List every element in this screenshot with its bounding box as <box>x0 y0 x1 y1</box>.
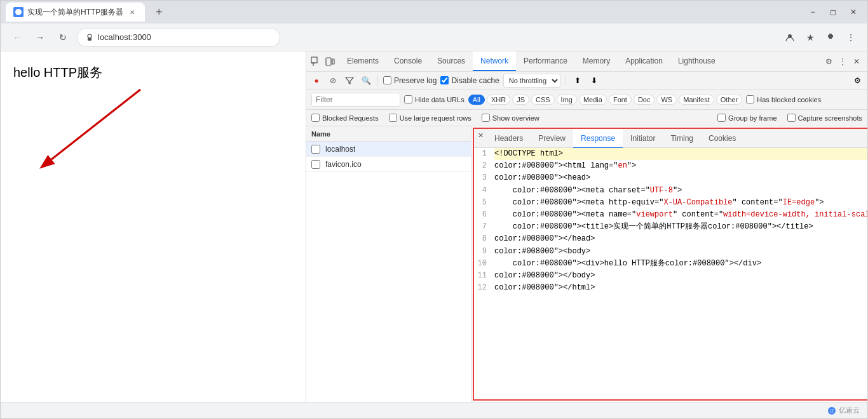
back-button[interactable]: ← <box>8 29 26 46</box>
upload-icon[interactable]: ⬆ <box>571 74 584 87</box>
has-blocked-cookies-checkbox[interactable]: Has blocked cookies <box>746 95 821 103</box>
devtools-tab-icons <box>306 51 339 71</box>
filter-chip-all[interactable]: All <box>468 95 485 105</box>
response-tab-response[interactable]: Response <box>573 129 623 149</box>
line-content: color:#008000"><meta charset="UTF-8"> <box>494 185 867 197</box>
request-row-favicon[interactable]: favicon.ico <box>306 157 471 172</box>
filter-chip-img[interactable]: Img <box>557 95 577 105</box>
tab-console[interactable]: Console <box>386 51 430 71</box>
url-bar[interactable]: localhost:3000 <box>77 28 280 47</box>
line-number: 2 <box>474 160 494 172</box>
minimize-button[interactable]: − <box>804 3 822 21</box>
tab-memory[interactable]: Memory <box>575 51 618 71</box>
hide-data-urls-checkbox[interactable]: Hide data URLs <box>404 95 465 103</box>
menu-icon[interactable]: ⋮ <box>842 29 860 46</box>
url-text: localhost:3000 <box>98 32 151 42</box>
record-button[interactable]: ● <box>310 74 323 87</box>
filter-chip-other[interactable]: Other <box>716 95 743 105</box>
new-tab-button[interactable]: + <box>150 3 168 21</box>
refresh-button[interactable]: ↻ <box>54 29 72 46</box>
request-row-localhost[interactable]: localhost <box>306 142 471 157</box>
devtools-settings: ⚙ ⋮ ✕ <box>818 51 867 71</box>
response-tab-cookies[interactable]: Cookies <box>701 129 743 149</box>
tab-network[interactable]: Network <box>473 51 516 71</box>
line-number: 8 <box>474 233 494 245</box>
use-large-rows-check[interactable]: Use large request rows <box>389 114 471 122</box>
search-icon[interactable]: 🔍 <box>360 74 372 87</box>
code-line: 6 color:#008000"><meta name="viewport" c… <box>474 209 867 221</box>
tab-close-button[interactable]: ✕ <box>127 7 137 17</box>
response-tab-timing[interactable]: Timing <box>663 129 701 149</box>
page-content: hello HTTP服务 <box>1 51 306 402</box>
line-number: 5 <box>474 197 494 209</box>
tab-application[interactable]: Application <box>618 51 670 71</box>
maximize-button[interactable]: ◻ <box>824 3 842 21</box>
inspect-icon[interactable] <box>310 56 322 67</box>
extensions-icon[interactable] <box>822 29 839 46</box>
settings-icon[interactable]: ⚙ <box>823 56 834 67</box>
request-checkbox-favicon[interactable] <box>311 160 320 169</box>
options-bar: Blocked Requests Use large request rows … <box>306 110 867 126</box>
svg-rect-2 <box>88 37 92 41</box>
stop-button[interactable]: ⊘ <box>327 74 339 87</box>
close-button[interactable]: ✕ <box>844 3 862 21</box>
capture-screenshots-check[interactable]: Capture screenshots <box>787 114 863 122</box>
code-line: 10 color:#008000"><div>hello HTTP服务color… <box>474 258 867 270</box>
blocked-requests-check[interactable]: Blocked Requests <box>311 114 379 122</box>
svg-rect-10 <box>332 59 334 64</box>
preserve-log-checkbox[interactable]: Preserve log <box>383 76 437 85</box>
svg-rect-6 <box>311 57 317 63</box>
svg-line-5 <box>51 90 140 159</box>
response-tab-preview[interactable]: Preview <box>531 129 573 149</box>
network-settings-icon[interactable]: ⚙ <box>851 74 864 87</box>
filter-chip-js[interactable]: JS <box>512 95 529 105</box>
network-toolbar: ● ⊘ 🔍 Preserve log Disable cache No thro… <box>306 72 867 90</box>
filter-chip-xhr[interactable]: XHR <box>487 95 510 105</box>
filter-chip-doc[interactable]: Doc <box>634 95 655 105</box>
response-panel-border: ✕ Headers Preview Response Initiator <box>473 128 867 401</box>
filter-chip-font[interactable]: Font <box>609 95 632 105</box>
filter-chip-css[interactable]: CSS <box>531 95 555 105</box>
tab-performance[interactable]: Performance <box>516 51 575 71</box>
filter-chip-media[interactable]: Media <box>579 95 607 105</box>
code-line: 12color:#008000"></html> <box>474 282 867 294</box>
bookmark-icon[interactable]: ★ <box>801 29 819 46</box>
browser-tab[interactable]: 实现一个简单的HTTP服务器 ✕ <box>6 3 145 22</box>
show-overview-check[interactable]: Show overview <box>482 114 539 122</box>
response-tabs: ✕ Headers Preview Response Initiator <box>474 129 867 148</box>
device-icon[interactable] <box>324 56 336 67</box>
profile-icon[interactable] <box>781 29 799 46</box>
requests-header: Name <box>306 126 471 142</box>
main-area: hello HTTP服务 <box>1 51 867 402</box>
network-content: Name localhost favicon.ico ✕ <box>306 126 867 402</box>
more-icon[interactable]: ⋮ <box>837 56 848 67</box>
code-line: 4 color:#008000"><meta charset="UTF-8"> <box>474 185 867 197</box>
forward-button[interactable]: → <box>31 29 49 46</box>
line-number: 6 <box>474 209 494 221</box>
group-by-frame-check[interactable]: Group by frame <box>717 114 776 122</box>
code-line: 5 color:#008000"><meta http-equiv="X-UA-… <box>474 197 867 209</box>
disable-cache-checkbox[interactable]: Disable cache <box>440 76 499 85</box>
tab-sources[interactable]: Sources <box>430 51 473 71</box>
tab-elements[interactable]: Elements <box>339 51 386 71</box>
code-line: 9color:#008000"><body> <box>474 246 867 258</box>
tab-favicon <box>13 7 24 17</box>
line-number: 9 <box>474 246 494 258</box>
code-line: 11color:#008000"></body> <box>474 270 867 282</box>
line-content: color:#008000"><title>实现一个简单的HTTP服务器colo… <box>494 221 867 233</box>
devtools-close-icon[interactable]: ✕ <box>851 56 862 67</box>
response-tab-headers[interactable]: Headers <box>487 129 531 149</box>
line-content: color:#008000"><div>hello HTTP服务color:#0… <box>494 258 867 270</box>
filter-chip-ws[interactable]: WS <box>656 95 677 105</box>
filter-icon[interactable] <box>343 74 356 87</box>
bottom-bar: 亿 亿速云 <box>1 402 867 418</box>
filter-chip-manifest[interactable]: Manifest <box>679 95 714 105</box>
request-checkbox[interactable] <box>311 145 320 154</box>
response-tab-initiator[interactable]: Initiator <box>623 129 663 149</box>
download-icon[interactable]: ⬇ <box>588 74 600 87</box>
filter-input[interactable] <box>311 93 400 107</box>
throttle-select[interactable]: No throttling <box>503 74 560 88</box>
response-close-icon[interactable]: ✕ <box>474 129 487 142</box>
line-content: color:#008000"><meta name="viewport" con… <box>494 209 867 221</box>
tab-lighthouse[interactable]: Lighthouse <box>670 51 723 71</box>
